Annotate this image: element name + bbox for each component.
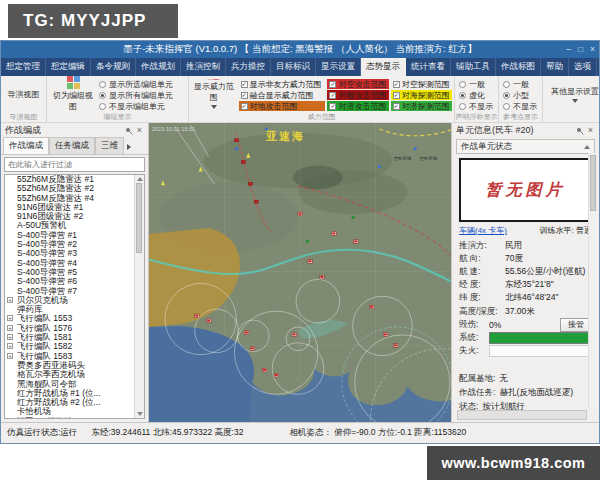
- unit-list-item[interactable]: S-400导弹营 #6: [5, 277, 135, 286]
- power-detect-check-2[interactable]: ✓对海探测范围: [391, 90, 452, 100]
- unit-filter-input[interactable]: [4, 157, 145, 172]
- tab-mission-formation[interactable]: 任务编成: [49, 137, 95, 154]
- menu-item-14[interactable]: 选项: [569, 58, 597, 76]
- close-icon[interactable]: ×: [135, 123, 144, 138]
- pin-icon[interactable]: [574, 127, 586, 135]
- unit-list-item[interactable]: 费奥多西亚港码头: [5, 361, 135, 370]
- sonar-display-radio-3[interactable]: 不显示: [459, 101, 493, 112]
- expand-icon[interactable]: +: [7, 315, 13, 321]
- unit-list-item[interactable]: 55Zh6M反隐雷达 #2: [5, 184, 135, 193]
- menu-item-8[interactable]: 显示设置: [316, 58, 361, 76]
- menu-item-1[interactable]: 想定管理: [1, 58, 46, 76]
- refpoint-display-radio-2[interactable]: 小型: [503, 90, 537, 101]
- expand-icon[interactable]: +: [7, 353, 13, 359]
- unit-list-item[interactable]: +飞行编队 1576: [5, 324, 135, 333]
- pin-icon[interactable]: [123, 127, 135, 135]
- maximize-icon[interactable]: □: [578, 41, 583, 58]
- unit-list-item[interactable]: 55Zh6M反隐雷达 #4: [5, 194, 135, 203]
- menu-item-9[interactable]: 态势显示: [361, 58, 406, 76]
- power-detect-check-3[interactable]: ✓对潜探测范围: [391, 101, 452, 111]
- field-value: 37.00米: [505, 306, 535, 318]
- minimize-icon[interactable]: –: [566, 41, 571, 58]
- close-icon[interactable]: ×: [590, 41, 595, 58]
- tab-scroll-arrow-icon[interactable]: [127, 144, 131, 150]
- scroll-up-icon[interactable]: [137, 177, 143, 181]
- power-display-check-1[interactable]: ✓显示非友方威力范围: [239, 79, 326, 89]
- show-power-range-button[interactable]: 显示威力范围: [191, 78, 237, 110]
- unit-list-item[interactable]: +飞行编队 1583: [5, 352, 135, 361]
- menu-item-12[interactable]: 作战标图: [496, 58, 541, 76]
- unit-status-section-header[interactable]: 作战单元状态: [456, 139, 595, 154]
- collapse-icon[interactable]: [584, 145, 590, 149]
- unit-list-item[interactable]: +飞行编队 1581: [5, 333, 135, 342]
- director-view-button[interactable]: 导演视图: [6, 78, 42, 110]
- unit-list-item[interactable]: 红方野战机场 #1 (位...: [5, 389, 135, 398]
- unit-list-item[interactable]: 红方野战机场 #2 (位...: [5, 398, 135, 407]
- expand-icon[interactable]: +: [7, 334, 13, 340]
- scrollbar-thumb[interactable]: [590, 155, 596, 211]
- unit-list-item[interactable]: S-400导弹营 #3: [5, 249, 135, 258]
- fire-label: 失火:: [459, 345, 489, 357]
- group-display-radio-2[interactable]: 显示所有编组单元: [99, 90, 173, 101]
- unit-label: S-400导弹营 #7: [17, 287, 77, 296]
- sonar-display-radio-label: 一般: [469, 79, 485, 90]
- tab-combat-formation[interactable]: 作战编成: [3, 137, 49, 154]
- unit-list-item[interactable]: 91N6团级雷达 #1: [5, 203, 135, 212]
- unit-list-item[interactable]: 55Zh6M反隐雷达 #1: [5, 175, 135, 184]
- expand-icon[interactable]: +: [7, 297, 13, 303]
- left-scrollbar[interactable]: [134, 175, 144, 418]
- unit-list-item[interactable]: +飞行编队 1582: [5, 342, 135, 351]
- unit-list-item[interactable]: 格瓦尔季西克机场: [5, 370, 135, 379]
- group-display-radio-1[interactable]: 显示所选编组单元: [99, 79, 173, 90]
- other-display-settings-button[interactable]: 其他显示设置: [549, 78, 600, 110]
- expand-icon[interactable]: +: [7, 325, 13, 331]
- unit-list-item[interactable]: 铠甲-S2弹炮连 #1: [5, 417, 135, 419]
- unit-list-item[interactable]: 卡恰机场: [5, 407, 135, 416]
- menu-item-2[interactable]: 想定编辑: [46, 58, 91, 76]
- unit-list-item[interactable]: 91N6团级雷达 #2: [5, 212, 135, 221]
- unit-list-item[interactable]: 弹药库: [5, 305, 135, 314]
- expand-icon[interactable]: +: [7, 343, 13, 349]
- switch-group-view-button[interactable]: 切为编组视图: [49, 78, 97, 110]
- unit-list-item[interactable]: S-400导弹营 #1: [5, 231, 135, 240]
- menu-item-3[interactable]: 条令规则: [91, 58, 136, 76]
- field-value: 民用: [505, 240, 522, 252]
- unit-list-item[interactable]: S-400导弹营 #7: [5, 287, 135, 296]
- menu-item-7[interactable]: 目标标识: [271, 58, 316, 76]
- power-attack-check-1[interactable]: ✓对空攻击范围: [327, 79, 388, 89]
- scroll-down-icon[interactable]: [137, 412, 143, 416]
- unit-list-item[interactable]: S-400导弹营 #4: [5, 259, 135, 268]
- unit-list-item[interactable]: 黑海舰队司令部: [5, 380, 135, 389]
- power-attack-check-3[interactable]: ✓对潜攻击范围: [327, 101, 388, 111]
- collapsed-section-bar[interactable]: [457, 410, 587, 420]
- menu-item-5[interactable]: 推演控制: [181, 58, 226, 76]
- unit-list-item[interactable]: S-400导弹营 #2: [5, 240, 135, 249]
- scrollbar-thumb[interactable]: [136, 183, 142, 253]
- menu-item-13[interactable]: 帮助: [541, 58, 569, 76]
- sonar-display-radio-2[interactable]: 虚化: [459, 90, 493, 101]
- unit-list-item[interactable]: S-400导弹营 #5: [5, 268, 135, 277]
- unit-list-item[interactable]: +飞行编队 1553: [5, 314, 135, 323]
- green-unit-markers[interactable]: [306, 216, 355, 243]
- power-attack-check-2[interactable]: ✓对舰攻击范围: [327, 90, 388, 100]
- menu-item-4[interactable]: 作战规划: [136, 58, 181, 76]
- power-display-check-2[interactable]: ✓融合显示威力范围: [239, 90, 326, 100]
- menu-item-6[interactable]: 兵力操控: [226, 58, 271, 76]
- right-scrollbar[interactable]: [588, 153, 598, 408]
- power-display-check-3[interactable]: ✓对地攻击范围: [239, 101, 326, 111]
- tab-3d[interactable]: 三维: [95, 137, 124, 154]
- power-detect-checkbox-icon: ✓: [393, 92, 400, 99]
- group-display-radio-3[interactable]: 不显示编组单元: [99, 101, 173, 112]
- map-view[interactable]: 亚速海 2023-10-31 15:31 空军基地 空军基地: [149, 123, 451, 422]
- unit-list-item[interactable]: +贝尔贝克机场: [5, 296, 135, 305]
- refpoint-display-radio-1[interactable]: 一般: [503, 79, 537, 90]
- refpoint-display-radio-3[interactable]: 不显示: [503, 101, 537, 112]
- vehicle-link[interactable]: 车辆(4x 卡车): [459, 225, 507, 236]
- menu-item-10[interactable]: 统计查看: [406, 58, 451, 76]
- close-icon[interactable]: ×: [586, 123, 595, 138]
- unit-label: 飞行编队 1576: [17, 324, 72, 333]
- sonar-display-radio-1[interactable]: 一般: [459, 79, 493, 90]
- menu-item-11[interactable]: 辅助工具: [451, 58, 496, 76]
- unit-list-item[interactable]: A-50U预警机: [5, 221, 135, 230]
- power-detect-check-1[interactable]: ✓对空探测范围: [391, 79, 452, 89]
